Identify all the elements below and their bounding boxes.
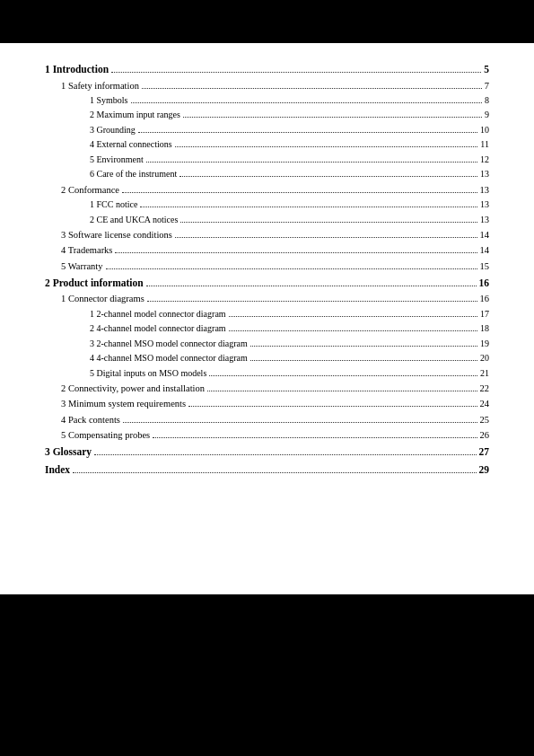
toc-label: 1 Symbols: [90, 94, 128, 108]
toc-page: 27: [479, 444, 490, 460]
toc-dots: [229, 316, 477, 317]
toc-entry: 4 4-channel MSO model connector diagram2…: [45, 352, 489, 365]
toc-page: 5: [484, 62, 489, 77]
toc-page: 7: [485, 79, 489, 92]
toc-page: 16: [480, 292, 490, 305]
toc-entry: 4 Trademarks14: [45, 243, 489, 257]
toc-page: 9: [485, 109, 489, 122]
toc-dots: [175, 146, 478, 147]
footer-bar: [0, 594, 534, 756]
toc-entry: 2 CE and UKCA notices13: [45, 214, 489, 227]
toc-entry: 3 2-channel MSO model connector diagram1…: [45, 338, 489, 351]
toc-dots: [229, 330, 477, 331]
toc-label: 1 Connector diagrams: [61, 292, 144, 305]
toc-label: 3 2-channel MSO model connector diagram: [90, 338, 248, 351]
toc-label: 4 Trademarks: [61, 243, 112, 257]
toc-page: 11: [480, 138, 489, 152]
toc-label: 5 Environment: [90, 154, 144, 167]
toc-label: 4 4-channel MSO model connector diagram: [90, 352, 248, 365]
toc-entry: 4 Pack contents25: [45, 413, 489, 426]
toc-entry: 5 Digital inputs on MSO models21: [45, 367, 489, 381]
toc-label: 2 Product information: [45, 276, 144, 291]
toc-label: 1 FCC notice: [90, 198, 137, 212]
toc-label: 6 Care of the instrument: [90, 168, 177, 181]
toc-page: 13: [480, 214, 489, 227]
toc-dots: [183, 117, 482, 118]
toc-content: 1 Introduction51 Safety information71 Sy…: [0, 43, 534, 594]
toc-label: 1 Safety information: [61, 79, 139, 92]
toc-label: 2 Conformance: [61, 183, 119, 197]
toc-dots: [146, 286, 477, 286]
toc-entry: 1 Safety information7: [45, 79, 489, 92]
toc-entry: 2 Connectivity, power and installation22: [45, 382, 489, 395]
toc-dots: [250, 360, 477, 361]
toc-page: 21: [480, 367, 489, 381]
toc-entry: 5 Compensating probes26: [45, 428, 489, 442]
toc-label: 2 Maximum input ranges: [90, 109, 180, 122]
toc-label: 2 Connectivity, power and installation: [61, 382, 205, 395]
toc-dots: [138, 132, 477, 133]
toc-dots: [106, 268, 477, 269]
toc-entry: 1 FCC notice13: [45, 198, 489, 212]
toc-dots: [250, 346, 477, 347]
toc-label: 2 4-channel model connector diagram: [90, 322, 226, 336]
toc-label: 2 CE and UKCA notices: [90, 214, 178, 227]
toc-label: 4 External connections: [90, 138, 172, 152]
toc-dots: [140, 207, 477, 207]
toc-dots: [179, 176, 477, 177]
toc-label: 3 Glossary: [45, 444, 92, 460]
toc-dots: [73, 472, 476, 473]
toc-label: 5 Compensating probes: [61, 428, 150, 442]
toc-page: 18: [480, 322, 489, 336]
toc-entry: 1 Symbols8: [45, 94, 489, 108]
toc-page: 26: [480, 428, 490, 442]
toc-page: 22: [480, 382, 490, 395]
toc-page: 14: [480, 228, 490, 242]
toc-dots: [123, 422, 477, 423]
toc-page: 8: [485, 94, 489, 108]
toc-dots: [207, 391, 477, 391]
toc-page: 12: [480, 154, 489, 167]
toc-label: 3 Software license conditions: [61, 228, 172, 242]
toc-entry: 5 Warranty15: [45, 259, 489, 273]
toc-page: 14: [480, 243, 490, 257]
toc-label: 3 Grounding: [90, 124, 136, 137]
toc-entry: 3 Minimum system requirements24: [45, 397, 489, 410]
toc-label: 3 Minimum system requirements: [61, 397, 186, 410]
toc-entry: 3 Glossary27: [45, 444, 489, 460]
toc-label: 1 2-channel model connector diagram: [90, 308, 226, 321]
toc-page: 13: [480, 198, 489, 212]
toc-entry: 2 4-channel model connector diagram18: [45, 322, 489, 336]
toc-entry: Index29: [45, 462, 489, 478]
header-bar: [0, 0, 534, 43]
toc-dots: [147, 301, 477, 302]
toc-page: 20: [480, 352, 489, 365]
toc-dots: [142, 88, 482, 89]
toc-dots: [94, 454, 476, 455]
toc-page: 19: [480, 338, 489, 351]
toc-page: 13: [480, 183, 490, 197]
toc-entry: 2 Maximum input ranges9: [45, 109, 489, 122]
toc-page: 17: [480, 308, 489, 321]
toc-entry: 5 Environment12: [45, 154, 489, 167]
toc-entry: 3 Software license conditions14: [45, 228, 489, 242]
toc-page: 29: [479, 462, 490, 478]
toc-entry: 2 Product information16: [45, 276, 489, 291]
toc-label: 5 Warranty: [61, 259, 103, 273]
toc-dots: [115, 252, 477, 253]
toc-entry: 1 Introduction5: [45, 62, 489, 77]
toc-dots: [111, 72, 481, 73]
toc-page: 10: [480, 124, 489, 137]
toc-dots: [188, 406, 477, 407]
toc-dots: [175, 237, 477, 238]
toc-label: 5 Digital inputs on MSO models: [90, 367, 206, 381]
toc-page: 24: [480, 397, 490, 410]
toc-entry: 4 External connections11: [45, 138, 489, 152]
toc-dots: [122, 192, 477, 193]
toc-page: 15: [480, 259, 490, 273]
toc-dots: [131, 102, 482, 103]
toc-dots: [209, 375, 477, 376]
toc-entry: 2 Conformance13: [45, 183, 489, 197]
toc-dots: [180, 222, 477, 223]
toc-entry: 6 Care of the instrument13: [45, 168, 489, 181]
